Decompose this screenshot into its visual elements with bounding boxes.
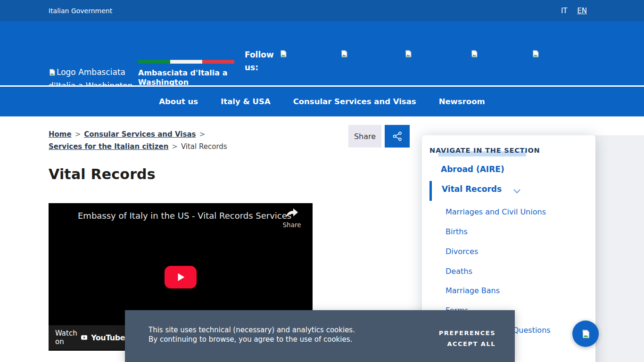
main-navigation: About us Italy & USA Consular Services a… xyxy=(0,85,644,116)
sidebar-item-divorces[interactable]: Divorces xyxy=(446,247,478,256)
active-item-bar xyxy=(429,181,432,201)
chevron-down-icon[interactable] xyxy=(513,187,521,196)
flag-green xyxy=(138,60,170,64)
page-gutter xyxy=(595,135,644,362)
sidebar-item-abroad-aire[interactable]: Abroad (AIRE) xyxy=(441,165,504,174)
page-share-control: Share xyxy=(348,125,410,148)
sidebar-item-marriages[interactable]: Marriages and Civil Unions xyxy=(446,207,546,216)
breadcrumb-consular[interactable]: Consular Services and Visas xyxy=(84,130,196,139)
watch-on-youtube-button[interactable]: Watch on YouTube xyxy=(49,325,125,350)
broken-image-icon xyxy=(280,50,287,58)
breadcrumb-separator: > xyxy=(75,130,81,139)
broken-image-icon xyxy=(405,50,412,58)
nav-italy-usa[interactable]: Italy & USA xyxy=(221,97,271,106)
broken-image-icon xyxy=(581,329,590,338)
government-topbar: Italian Government IT EN xyxy=(0,0,644,21)
language-switcher: IT EN xyxy=(553,7,587,15)
broken-image-icon xyxy=(471,50,478,58)
nav-newsroom[interactable]: Newsroom xyxy=(439,97,485,106)
cookie-message: This site uses technical (necessary) and… xyxy=(149,325,355,344)
lang-it-link[interactable]: IT xyxy=(561,7,568,15)
follow-us-label: Follow us: xyxy=(245,49,279,74)
video-share-button[interactable]: Share xyxy=(281,208,302,229)
cookie-message-line2: By continuing to browse, you agree to th… xyxy=(149,335,355,344)
video-share-label: Share xyxy=(281,221,302,229)
play-icon xyxy=(175,272,186,282)
breadcrumb-current: Vital Records xyxy=(181,142,227,151)
flag-red xyxy=(202,60,234,64)
breadcrumb-separator: > xyxy=(172,142,178,151)
broken-image-icon xyxy=(532,50,539,58)
social-link-5[interactable] xyxy=(532,50,540,58)
watch-on-label: Watch on xyxy=(55,329,77,346)
broken-image-icon xyxy=(49,69,56,76)
share-nodes-icon xyxy=(392,131,403,142)
lang-en-link[interactable]: EN xyxy=(577,7,587,15)
youtube-logo-icon xyxy=(81,333,87,342)
video-title[interactable]: Embassy of Italy in the US - Vital Recor… xyxy=(78,211,291,221)
page-title: Vital Records xyxy=(49,166,156,182)
sidebar-item-marriage-bans[interactable]: Marriage Bans xyxy=(446,286,500,295)
embassy-webpage: Italian Government IT EN Logo Ambasciata… xyxy=(0,0,644,362)
breadcrumb: Home>Consular Services and Visas> Servic… xyxy=(49,128,341,153)
share-arrow-icon xyxy=(286,208,298,218)
government-label: Italian Government xyxy=(49,7,112,15)
cookie-accept-all-button[interactable]: ACCEPT ALL xyxy=(447,338,495,349)
breadcrumb-separator: > xyxy=(199,130,205,139)
italian-flag-stripe xyxy=(138,60,234,64)
nav-about-us[interactable]: About us xyxy=(159,97,198,106)
site-header: Logo Ambasciata d'Italia a Washington Am… xyxy=(0,21,644,85)
floating-widget-button[interactable] xyxy=(572,321,599,347)
breadcrumb-services-citizen[interactable]: Services for the Italian citizen xyxy=(49,142,168,151)
broken-image-icon xyxy=(340,50,348,58)
share-button[interactable] xyxy=(385,125,410,148)
cookie-message-line1: This site uses technical (necessary) and… xyxy=(149,325,355,335)
breadcrumb-home[interactable]: Home xyxy=(49,130,72,139)
social-link-1[interactable] xyxy=(280,50,288,58)
sidebar-item-deaths[interactable]: Deaths xyxy=(446,267,472,276)
sidebar-heading: NAVIGATE IN THE SECTION xyxy=(429,147,540,154)
cookie-consent-banner: This site uses technical (necessary) and… xyxy=(125,310,515,362)
cookie-preferences-button[interactable]: PREFERENCES xyxy=(439,328,495,338)
share-label[interactable]: Share xyxy=(348,125,381,148)
social-link-3[interactable] xyxy=(405,50,413,58)
nav-consular-services[interactable]: Consular Services and Visas xyxy=(293,97,416,106)
sidebar-item-vital-records[interactable]: Vital Records xyxy=(442,184,502,194)
social-link-4[interactable] xyxy=(471,50,479,58)
social-link-2[interactable] xyxy=(340,50,349,58)
youtube-wordmark: YouTube xyxy=(91,333,125,342)
site-brand-title[interactable]: Ambasciata d'Italia a Washington xyxy=(138,68,239,87)
flag-white xyxy=(170,60,202,64)
sidebar-item-births[interactable]: Births xyxy=(446,227,468,236)
cookie-actions: PREFERENCES ACCEPT ALL xyxy=(439,328,495,349)
video-play-button[interactable] xyxy=(165,266,197,288)
